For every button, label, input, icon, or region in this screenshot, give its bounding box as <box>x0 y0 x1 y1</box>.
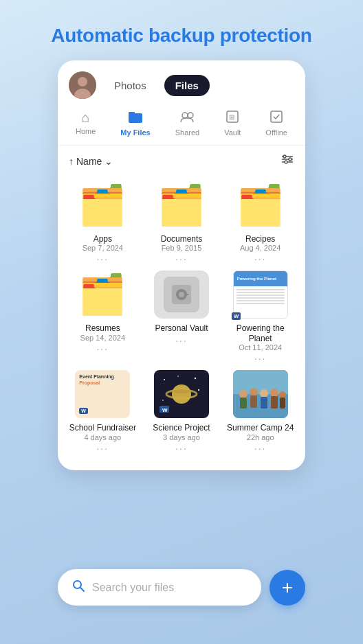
nav-offline-label: Offline <box>265 128 287 137</box>
svg-point-23 <box>198 389 199 391</box>
svg-rect-34 <box>240 398 247 409</box>
science-date: 3 days ago <box>163 433 200 441</box>
recipes-folder-icon: 🗂️ <box>236 186 285 225</box>
file-item-personal-vault[interactable]: Personal Vault ··· <box>145 267 219 364</box>
nav-home[interactable]: ⌂ Home <box>70 107 101 139</box>
svg-text:⊞: ⊞ <box>229 113 234 121</box>
fundraiser-date: 4 days ago <box>84 433 121 441</box>
home-icon: ⌂ <box>82 110 90 126</box>
documents-more-icon[interactable]: ··· <box>175 253 188 264</box>
tab-files[interactable]: Files <box>164 75 210 96</box>
summer-visual <box>233 370 288 418</box>
search-bar[interactable]: Search your files <box>58 569 261 606</box>
fundraiser-thumb-wrap: Event Planning Proposal W <box>72 367 133 422</box>
sort-button[interactable]: ↑ Name ⌄ <box>69 156 113 167</box>
sort-label-text: Name <box>76 156 102 167</box>
svg-point-24 <box>162 400 164 401</box>
recipes-date: Aug 4, 2024 <box>240 244 280 252</box>
apps-more-icon[interactable]: ··· <box>96 253 109 264</box>
search-bar-area: Search your files + <box>58 569 305 606</box>
svg-point-39 <box>270 389 278 397</box>
fundraiser-doc-title: Event Planning <box>79 374 126 380</box>
planet-more-icon[interactable]: ··· <box>254 353 267 364</box>
svg-line-44 <box>80 588 84 591</box>
my-files-icon <box>128 110 143 127</box>
file-grid: 🗂️ Apps Sep 7, 2024 ··· 🗂️ Documents Feb… <box>58 172 305 459</box>
svg-point-28 <box>173 389 190 393</box>
apps-name: Apps <box>94 234 112 244</box>
apps-thumb: 🗂️ <box>72 178 133 233</box>
sort-chevron: ⌄ <box>104 156 113 167</box>
apps-folder-icon: 🗂️ <box>78 186 126 225</box>
vault-visual <box>154 271 209 319</box>
filter-icon[interactable] <box>280 152 294 170</box>
file-item-science-project[interactable]: W Science Project 3 days ago ··· <box>145 367 219 453</box>
headline-suffix: protection <box>214 25 311 46</box>
resumes-date: Sep 14, 2024 <box>80 334 125 342</box>
recipes-name: Recipes <box>245 234 275 244</box>
svg-point-20 <box>164 379 165 380</box>
app-card: Photos Files ⌂ Home My Files <box>58 60 305 470</box>
planet-doc-header-text: Powering the Planet <box>237 277 276 281</box>
fundraiser-name: School Fundraiser <box>69 423 136 433</box>
planet-date: Oct 11, 2024 <box>239 343 282 352</box>
file-item-recipes[interactable]: 🗂️ Recipes Aug 4, 2024 ··· <box>223 178 297 264</box>
resumes-folder-icon: 🗂️ <box>78 275 126 314</box>
nav-my-files[interactable]: My Files <box>115 107 155 139</box>
file-item-school-fundraiser[interactable]: Event Planning Proposal W School Fundrai… <box>66 367 140 453</box>
science-more-icon[interactable]: ··· <box>175 443 188 454</box>
planet-name: Powering the Planet <box>223 323 297 343</box>
svg-point-15 <box>285 161 287 163</box>
vault-icon: ⊞ <box>226 110 239 127</box>
nav-offline[interactable]: Offline <box>260 107 293 139</box>
file-item-resumes[interactable]: 🗂️ Resumes Sep 14, 2024 ··· <box>66 267 140 364</box>
nav-row: ⌂ Home My Files Shared <box>58 104 305 146</box>
doc-line-2 <box>236 292 285 293</box>
science-thumb-wrap: W <box>151 367 212 422</box>
svg-point-33 <box>239 390 248 398</box>
vault-more-icon[interactable]: ··· <box>175 335 188 346</box>
file-item-summer-camp[interactable]: Summer Camp 24 22h ago ··· <box>223 367 297 453</box>
svg-point-35 <box>250 388 258 396</box>
svg-point-1 <box>78 77 87 87</box>
doc-line-3 <box>236 295 285 296</box>
card-header: Photos Files <box>58 60 305 104</box>
svg-rect-32 <box>233 370 288 394</box>
svg-point-37 <box>260 389 268 398</box>
file-item-documents[interactable]: 🗂️ Documents Feb 9, 2015 ··· <box>145 178 219 264</box>
recipes-more-icon[interactable]: ··· <box>254 253 267 264</box>
doc-line-6 <box>236 303 285 304</box>
headline-prefix: Automatic <box>51 25 148 46</box>
offline-icon <box>270 110 283 127</box>
svg-rect-3 <box>129 113 142 123</box>
svg-rect-38 <box>261 397 267 409</box>
nav-home-label: Home <box>76 127 96 135</box>
svg-rect-36 <box>250 395 257 408</box>
nav-shared[interactable]: Shared <box>170 107 205 139</box>
vault-thumb <box>151 267 212 322</box>
doc-line-4 <box>236 297 285 299</box>
summer-more-icon[interactable]: ··· <box>254 443 267 454</box>
file-item-apps[interactable]: 🗂️ Apps Sep 7, 2024 ··· <box>66 178 140 264</box>
nav-vault[interactable]: ⊞ Vault <box>219 107 246 139</box>
apps-date: Sep 7, 2024 <box>82 244 123 252</box>
nav-my-files-label: My Files <box>120 128 150 137</box>
avatar[interactable] <box>69 71 96 99</box>
svg-point-14 <box>289 158 292 161</box>
planet-doc-thumb-wrap: Powering the Planet W <box>230 267 292 322</box>
doc-line-1 <box>236 289 285 290</box>
file-item-powering-planet[interactable]: Powering the Planet W Powering the Plane… <box>223 267 297 364</box>
tab-photos[interactable]: Photos <box>103 75 157 96</box>
svg-point-5 <box>182 113 188 118</box>
svg-point-13 <box>283 155 286 158</box>
fundraiser-more-icon[interactable]: ··· <box>96 443 109 454</box>
doc-line-5 <box>236 300 285 301</box>
resumes-more-icon[interactable]: ··· <box>96 343 109 354</box>
svg-rect-4 <box>129 112 135 115</box>
sort-icon-up: ↑ <box>69 156 74 167</box>
search-icon <box>72 579 85 596</box>
word-badge: W <box>233 312 241 319</box>
add-button[interactable]: + <box>270 570 305 606</box>
recipes-thumb: 🗂️ <box>230 178 292 233</box>
nav-vault-label: Vault <box>224 128 241 137</box>
